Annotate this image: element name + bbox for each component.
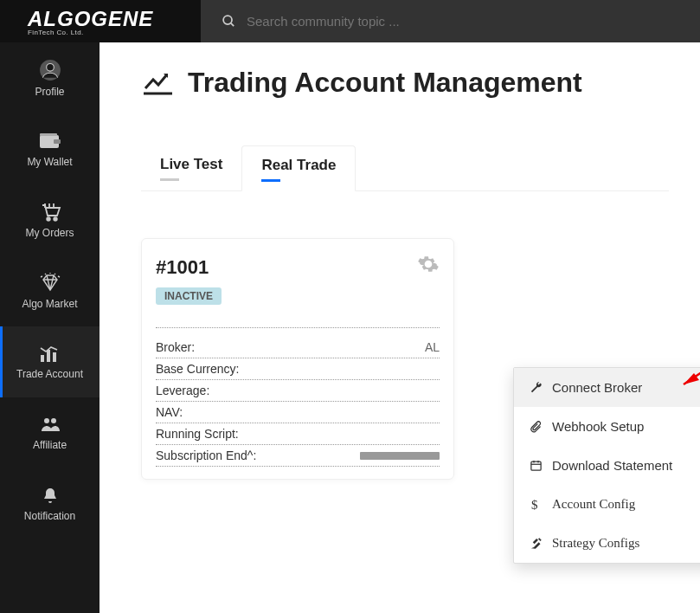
tab-indicator bbox=[160, 178, 179, 181]
svg-point-0 bbox=[223, 16, 232, 24]
account-id: #1001 bbox=[156, 256, 440, 279]
page-title-text: Trading Account Management bbox=[188, 67, 582, 99]
menu-label: Webhook Setup bbox=[552, 419, 644, 434]
row-value: AL bbox=[425, 340, 440, 354]
tab-indicator bbox=[261, 179, 280, 182]
clip-icon bbox=[528, 420, 543, 433]
gear-icon[interactable] bbox=[417, 253, 440, 275]
chart-bars-icon bbox=[38, 345, 62, 364]
dollar-icon: $ bbox=[528, 498, 543, 512]
status-badge: INACTIVE bbox=[156, 287, 222, 305]
tab-label: Real Trade bbox=[261, 157, 336, 173]
calendar-icon bbox=[528, 459, 543, 472]
sidebar-label: My Wallet bbox=[27, 156, 72, 168]
tab-live-test[interactable]: Live Test bbox=[141, 145, 241, 190]
sidebar-item-trade-account[interactable]: Trade Account bbox=[0, 326, 100, 397]
diamond-icon bbox=[39, 273, 61, 294]
account-card: #1001 INACTIVE Broker: AL Base Currency:… bbox=[141, 238, 454, 480]
redacted-value bbox=[360, 452, 440, 460]
cart-icon bbox=[39, 202, 61, 223]
sidebar-label: Trade Account bbox=[16, 368, 83, 380]
menu-label: Strategy Configs bbox=[552, 536, 639, 551]
divider bbox=[156, 327, 440, 328]
sidebar-item-affiliate[interactable]: Affiliate bbox=[0, 397, 100, 468]
user-icon bbox=[39, 59, 61, 81]
sidebar-label: Notification bbox=[24, 510, 75, 522]
menu-webhook-setup[interactable]: Webhook Setup bbox=[514, 407, 700, 446]
logo-text: ALGOGENE bbox=[28, 7, 153, 31]
row-subscription-end: Subscription End^: bbox=[156, 445, 440, 467]
menu-connect-broker[interactable]: Connect Broker bbox=[514, 368, 700, 407]
wallet-icon bbox=[38, 131, 62, 152]
menu-label: Connect Broker bbox=[552, 380, 642, 395]
account-rows: Broker: AL Base Currency: Leverage: NAV:… bbox=[156, 337, 440, 467]
search-area bbox=[201, 0, 700, 42]
sidebar-item-notification[interactable]: Notification bbox=[0, 468, 100, 539]
logo-area[interactable]: ALGOGENE FinTech Co. Ltd. bbox=[0, 0, 201, 42]
row-label: Subscription End^: bbox=[156, 448, 256, 462]
menu-account-config[interactable]: $ Account Config ▾ bbox=[514, 485, 700, 524]
people-icon bbox=[38, 416, 62, 435]
sidebar-label: Affiliate bbox=[33, 439, 67, 451]
sidebar-item-profile[interactable]: Profile bbox=[0, 42, 100, 113]
sidebar: Profile My Wallet My Orders Algo Market … bbox=[0, 42, 100, 613]
svg-point-15 bbox=[44, 418, 49, 423]
sidebar-item-algo-market[interactable]: Algo Market bbox=[0, 255, 100, 326]
search-input[interactable] bbox=[247, 14, 700, 29]
menu-label: Account Config bbox=[552, 497, 635, 512]
sidebar-item-wallet[interactable]: My Wallet bbox=[0, 113, 100, 184]
sidebar-label: My Orders bbox=[25, 227, 74, 239]
svg-point-8 bbox=[54, 217, 57, 221]
svg-line-1 bbox=[231, 23, 234, 26]
row-broker: Broker: AL bbox=[156, 337, 440, 358]
row-label: Leverage: bbox=[156, 384, 209, 397]
menu-strategy-configs[interactable]: Strategy Configs ▾ bbox=[514, 524, 700, 563]
main: Trading Account Management Live Test Rea… bbox=[100, 42, 700, 613]
sidebar-label: Profile bbox=[35, 86, 64, 98]
row-label: NAV: bbox=[156, 405, 183, 419]
tab-real-trade[interactable]: Real Trade bbox=[241, 145, 356, 191]
row-running-script: Running Script: bbox=[156, 423, 440, 445]
svg-point-7 bbox=[47, 217, 50, 221]
sidebar-item-orders[interactable]: My Orders bbox=[0, 184, 100, 255]
row-value bbox=[360, 448, 440, 462]
bell-icon bbox=[41, 487, 60, 506]
row-label: Base Currency: bbox=[156, 362, 239, 376]
row-label: Broker: bbox=[156, 340, 195, 354]
wrench-icon bbox=[528, 381, 543, 394]
svg-rect-17 bbox=[530, 461, 540, 470]
svg-rect-5 bbox=[40, 133, 57, 136]
svg-rect-12 bbox=[41, 355, 44, 362]
row-label: Running Script: bbox=[156, 427, 239, 441]
svg-rect-13 bbox=[47, 350, 50, 362]
row-base-currency: Base Currency: bbox=[156, 358, 440, 380]
chart-line-icon bbox=[141, 69, 176, 97]
gear-dropdown: Connect Broker Webhook Setup Download St… bbox=[513, 367, 700, 564]
svg-point-16 bbox=[51, 418, 56, 423]
page-title: Trading Account Management bbox=[141, 67, 669, 99]
tools-icon bbox=[528, 537, 543, 550]
tab-label: Live Test bbox=[160, 156, 222, 172]
row-leverage: Leverage: bbox=[156, 380, 440, 402]
svg-text:$: $ bbox=[531, 498, 538, 512]
sidebar-label: Algo Market bbox=[22, 298, 77, 310]
svg-rect-14 bbox=[53, 352, 56, 362]
svg-point-3 bbox=[46, 63, 54, 71]
menu-download-statement[interactable]: Download Statement bbox=[514, 446, 700, 485]
menu-label: Download Statement bbox=[552, 458, 672, 473]
topbar: ALGOGENE FinTech Co. Ltd. bbox=[0, 0, 700, 42]
svg-rect-6 bbox=[54, 139, 61, 144]
row-nav: NAV: bbox=[156, 402, 440, 423]
search-icon bbox=[222, 14, 236, 29]
tabs: Live Test Real Trade bbox=[141, 145, 669, 191]
